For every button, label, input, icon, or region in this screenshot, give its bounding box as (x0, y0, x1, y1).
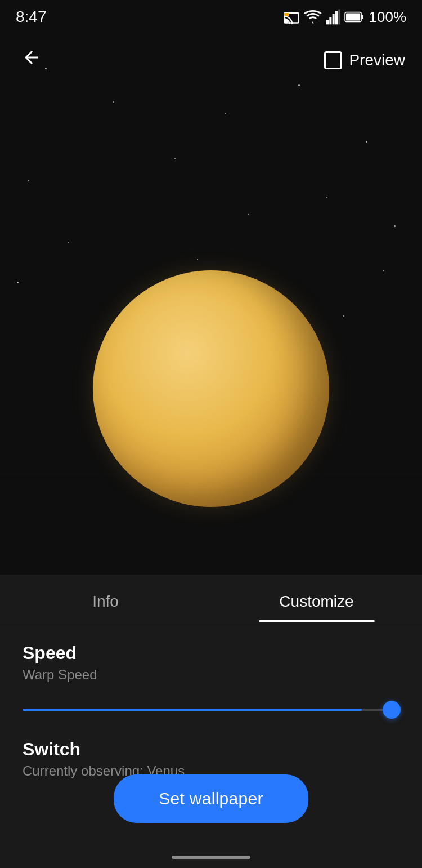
status-icons: 100% (284, 8, 407, 26)
top-nav: Preview (0, 32, 422, 88)
battery-percent: 100% (369, 8, 407, 26)
svg-rect-3 (326, 20, 329, 24)
slider-track (23, 709, 399, 711)
speed-title: Speed (23, 643, 399, 664)
status-bar: 8:47 (0, 0, 422, 32)
home-indicator (172, 856, 250, 859)
svg-rect-6 (335, 11, 338, 24)
signal-icon (326, 9, 340, 25)
svg-rect-5 (332, 14, 334, 25)
wifi-icon (304, 9, 322, 25)
slider-fill (23, 709, 362, 711)
preview-label: Preview (349, 51, 405, 69)
back-button[interactable] (17, 43, 46, 77)
planet (93, 270, 329, 507)
speed-subtitle: Warp Speed (23, 667, 399, 683)
status-time: 8:47 (16, 8, 47, 26)
bottom-panel: Info Customize Speed Warp Speed Switch C… (0, 575, 422, 868)
tab-info[interactable]: Info (0, 575, 211, 622)
top-overlay: 8:47 (0, 0, 422, 88)
preview-button[interactable]: Preview (324, 51, 405, 69)
svg-rect-10 (346, 13, 360, 20)
cast-icon (284, 9, 299, 25)
svg-rect-9 (361, 15, 363, 19)
switch-title: Switch (23, 739, 399, 760)
customize-content: Speed Warp Speed Switch Currently observ… (0, 622, 422, 779)
switch-section: Switch Currently observing: Venus (23, 739, 399, 779)
slider-thumb[interactable] (383, 701, 401, 719)
svg-rect-4 (329, 17, 331, 24)
speed-slider-container[interactable] (23, 703, 399, 716)
tabs-container: Info Customize (0, 575, 422, 622)
svg-rect-7 (338, 10, 340, 25)
preview-icon (324, 51, 342, 69)
battery-icon (344, 11, 365, 23)
set-wallpaper-button[interactable]: Set wallpaper (114, 774, 308, 823)
tab-customize[interactable]: Customize (211, 575, 422, 622)
